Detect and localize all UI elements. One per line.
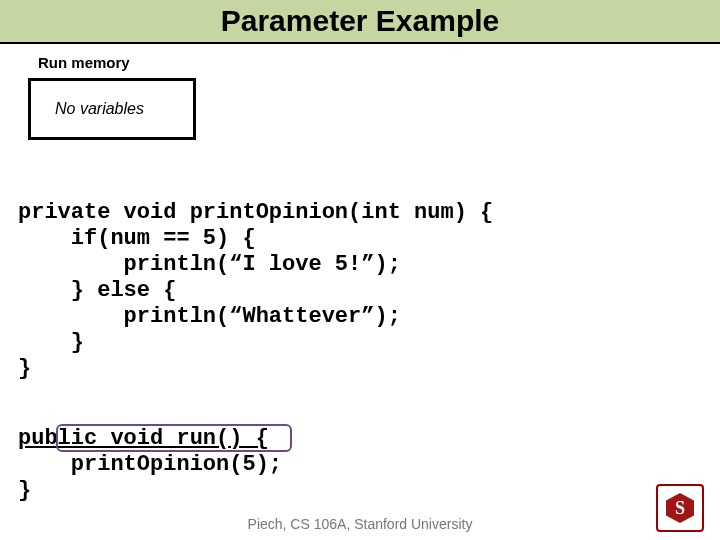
code-line: printOpinion(5);	[18, 452, 282, 477]
footer-text: Piech, CS 106A, Stanford University	[0, 516, 720, 532]
logo-letter: S	[675, 498, 685, 519]
title-bar: Parameter Example	[0, 0, 720, 44]
memory-label: Run memory	[38, 54, 130, 71]
highlight-box	[56, 424, 292, 452]
code-line: println(“Whattever”);	[18, 304, 401, 329]
code-line: } else {	[18, 278, 176, 303]
memory-box: No variables	[28, 78, 196, 140]
slide-title: Parameter Example	[221, 4, 500, 38]
code-line: private void printOpinion(int num) {	[18, 200, 493, 225]
memory-content: No variables	[55, 100, 144, 118]
code-line: println(“I love 5!”);	[18, 252, 401, 277]
code-line: }	[18, 330, 84, 355]
code-line: if(num == 5) {	[18, 226, 256, 251]
code-line: }	[18, 356, 31, 381]
code-line: }	[18, 478, 31, 503]
stanford-logo: S	[656, 484, 704, 532]
code-method-printopinion: private void printOpinion(int num) { if(…	[18, 174, 493, 382]
